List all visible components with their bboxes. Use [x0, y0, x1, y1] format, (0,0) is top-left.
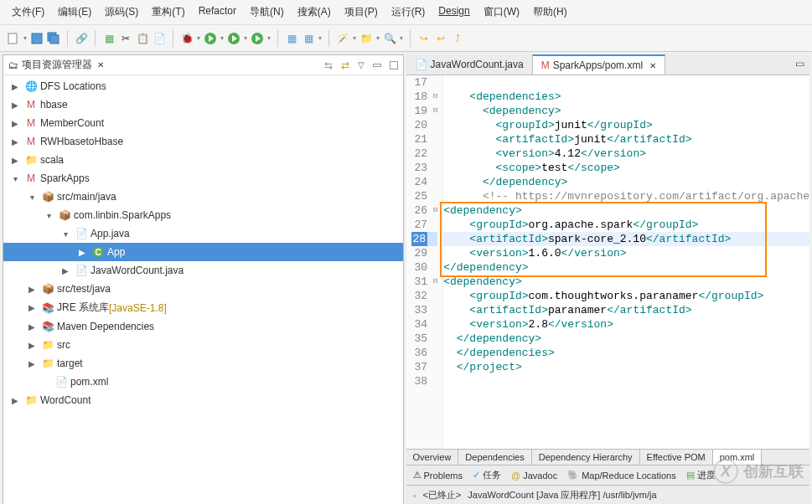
btab-hierarchy[interactable]: Dependency Hierarchy	[532, 450, 640, 465]
grid-icon[interactable]: ▦	[285, 32, 298, 45]
link-editor-icon[interactable]: ⇄	[341, 59, 349, 71]
run-last-icon[interactable]	[251, 32, 264, 45]
tree-appjava[interactable]: ▾📄App.java	[3, 224, 403, 243]
debug-icon[interactable]: 🐞	[180, 32, 194, 45]
tree-wordcount[interactable]: ▶📁WordCount	[3, 391, 403, 409]
terminated-icon: ▫	[413, 491, 416, 501]
gutter: 17 18⊟ 19⊟ 20 21 22 23 24 25 26⊟ 27 28 2…	[406, 75, 444, 449]
watermark: X 创新互联	[713, 459, 804, 484]
minimize-icon[interactable]	[373, 64, 381, 67]
menu-edit[interactable]: 编辑(E)	[53, 3, 96, 21]
editor-body[interactable]: 17 18⊟ 19⊟ 20 21 22 23 24 25 26⊟ 27 28 2…	[406, 75, 809, 449]
editor-maximize-icon[interactable]: ▭	[790, 54, 809, 75]
save-icon[interactable]	[30, 32, 44, 45]
svg-text:C: C	[95, 248, 101, 257]
link-icon[interactable]: 🔗	[75, 32, 88, 45]
save-all-icon[interactable]	[47, 32, 60, 45]
toolbar: ▾ 🔗 ▦ ✂ 📋 📄 🐞 ▾ ▾ ▾ ▾ ▦ ▦ ▾ 🪄 ▾ 📁 ▾ 🔍 ▾ …	[0, 25, 812, 52]
folder-icon[interactable]: 📁	[359, 32, 373, 45]
editor-tabs: 📄JavaWordCount.java МSparkApps/pom.xml✕ …	[406, 54, 809, 75]
tree-scala[interactable]: ▶📁scala	[3, 151, 403, 169]
new-icon[interactable]	[7, 32, 20, 45]
tab-pomxml[interactable]: МSparkApps/pom.xml✕	[533, 54, 665, 75]
menu-refactor-cn[interactable]: 重构(T)	[147, 3, 189, 21]
tree-jwc[interactable]: ▶📄JavaWordCount.java	[3, 261, 403, 280]
explorer-icon: 🗂	[8, 59, 18, 71]
view-tasks[interactable]: ✓任务	[473, 469, 501, 481]
svg-rect-0	[8, 33, 17, 44]
tree-srcmainjava[interactable]: ▾📦src/main/java	[3, 188, 403, 206]
tree-pkg[interactable]: ▾📦com.linbin.SparkApps	[3, 206, 403, 224]
menu-help[interactable]: 帮助(H)	[528, 3, 572, 21]
svg-rect-3	[50, 35, 59, 44]
search-icon[interactable]: 🔍	[383, 32, 396, 45]
view-progress[interactable]: ▤进度	[686, 469, 716, 481]
menu-design[interactable]: Design	[433, 3, 474, 21]
problems-icon: ⚠	[413, 470, 422, 481]
editor-panel: 📄JavaWordCount.java МSparkApps/pom.xml✕ …	[406, 54, 809, 504]
java-file-icon: 📄	[415, 59, 427, 70]
collapse-all-icon[interactable]: ⇆	[324, 59, 333, 71]
menu-source[interactable]: 源码(S)	[100, 3, 143, 21]
menu-refactor-en[interactable]: Refactor	[194, 3, 241, 21]
view-javadoc[interactable]: @Javadoc	[511, 471, 557, 481]
javadoc-icon: @	[511, 471, 520, 481]
coverage-icon[interactable]	[227, 32, 240, 45]
tag-icon[interactable]: ▦	[102, 32, 116, 45]
project-explorer-panel: 🗂 项目资源管理器 ✕ ⇆ ⇄ ▽ ▶🌐DFS Locations ▶Мhbas…	[3, 54, 404, 504]
view-menu-icon[interactable]: ▽	[358, 60, 365, 69]
wand-icon[interactable]: 🪄	[336, 32, 349, 45]
grid2-icon[interactable]: ▦	[302, 32, 315, 45]
run-icon[interactable]	[204, 32, 217, 45]
tab-javawordcount[interactable]: 📄JavaWordCount.java	[406, 54, 533, 75]
menu-window[interactable]: 窗口(W)	[478, 3, 525, 21]
progress-icon: ▤	[686, 470, 695, 481]
btab-overview[interactable]: Overview	[406, 450, 459, 465]
elephant-icon: 🐘	[567, 470, 579, 481]
copy-icon[interactable]: 📋	[136, 32, 149, 45]
paste-icon[interactable]: 📄	[153, 32, 166, 45]
btab-dependencies[interactable]: Dependencies	[458, 450, 531, 465]
tree-hbase[interactable]: ▶Мhbase	[3, 95, 403, 114]
tree-jre[interactable]: ▶📚JRE 系统库 [JavaSE-1.8]	[3, 298, 403, 317]
tree-app[interactable]: ▶CApp	[3, 243, 403, 261]
maximize-icon[interactable]	[390, 61, 398, 69]
close-view-icon[interactable]: ✕	[97, 60, 104, 69]
nav2-icon[interactable]: ↩	[434, 32, 447, 45]
status-bar: ▫ <已终止> JavaWordCount [Java 应用程序] /usr/l…	[406, 485, 809, 504]
status-state: <已终止>	[422, 489, 461, 501]
tree-sparkapps[interactable]: ▾МSparkApps	[3, 169, 403, 188]
view-mapreduce[interactable]: 🐘Map/Reduce Locations	[567, 470, 676, 481]
panel-header: 🗂 项目资源管理器 ✕ ⇆ ⇄ ▽	[3, 55, 403, 75]
tree-dfs[interactable]: ▶🌐DFS Locations	[3, 77, 403, 95]
tree-maven[interactable]: ▶📚Maven Dependencies	[3, 317, 403, 336]
cut-icon[interactable]: ✂	[119, 32, 132, 45]
menu-search[interactable]: 搜索(A)	[292, 3, 336, 21]
menu-file[interactable]: 文件(F)	[7, 3, 49, 21]
tree-rwh[interactable]: ▶МRWHbasetoHbase	[3, 132, 403, 151]
code-area[interactable]: <dependencies> <dependency> <groupId>jun…	[443, 75, 809, 449]
menu-project[interactable]: 项目(P)	[339, 3, 383, 21]
menu-run[interactable]: 运行(R)	[386, 3, 431, 21]
project-tree[interactable]: ▶🌐DFS Locations ▶Мhbase ▶МMemberCount ▶М…	[3, 75, 403, 504]
view-problems[interactable]: ⚠Problems	[413, 470, 463, 481]
status-app: JavaWordCount [Java 应用程序] /usr/lib/jvm/j…	[468, 489, 656, 501]
tree-membercount[interactable]: ▶МMemberCount	[3, 114, 403, 132]
main-area: 🗂 项目资源管理器 ✕ ⇆ ⇄ ▽ ▶🌐DFS Locations ▶Мhbas…	[0, 52, 812, 504]
tree-pom[interactable]: 📄pom.xml	[3, 373, 403, 391]
btab-effective[interactable]: Effective POM	[640, 450, 713, 465]
tasks-icon: ✓	[473, 470, 480, 481]
tree-target[interactable]: ▶📁target	[3, 354, 403, 373]
explorer-title: 项目资源管理器	[22, 58, 92, 72]
menu-navigate[interactable]: 导航(N)	[245, 3, 289, 21]
menu-bar: 文件(F) 编辑(E) 源码(S) 重构(T) Refactor 导航(N) 搜…	[0, 0, 812, 25]
nav1-icon[interactable]: ↪	[417, 32, 431, 45]
close-tab-icon[interactable]: ✕	[649, 61, 656, 70]
svg-rect-1	[32, 33, 42, 44]
tree-srctestjava[interactable]: ▶📦src/test/java	[3, 280, 403, 298]
nav3-icon[interactable]: ⤴	[451, 32, 464, 45]
maven-file-icon: М	[541, 59, 550, 71]
tree-src[interactable]: ▶📁src	[3, 336, 403, 354]
